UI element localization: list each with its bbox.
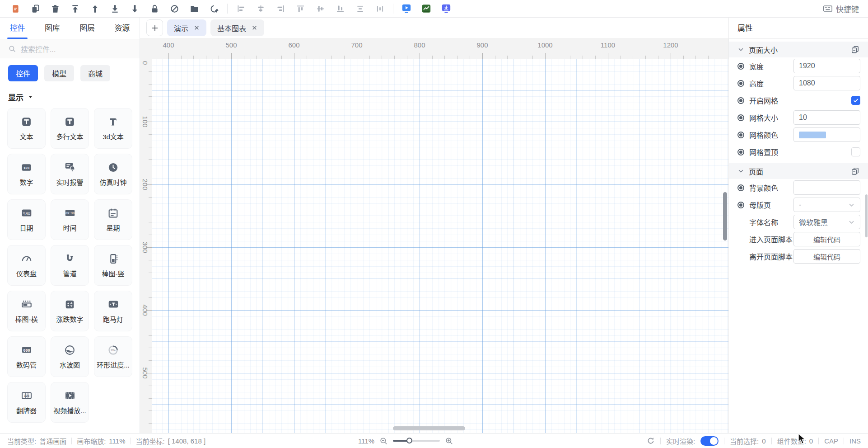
align-bottom-button[interactable] (330, 1, 350, 16)
distribute-horizontal-button[interactable] (370, 1, 390, 16)
widget-card[interactable]: 123翻牌器 (7, 382, 46, 423)
zoom-slider-thumb[interactable] (406, 438, 412, 443)
canvas-tab-0[interactable]: 演示 (167, 19, 206, 36)
left-tab-2[interactable]: 图层 (70, 18, 105, 39)
chip-0[interactable]: 控件 (8, 65, 38, 81)
data-bind-icon[interactable] (737, 97, 744, 104)
property-input[interactable]: 1920 (793, 59, 860, 73)
checkbox[interactable] (851, 147, 860, 156)
realtime-render-toggle[interactable] (700, 436, 719, 446)
zoom-out-icon[interactable] (379, 437, 388, 445)
shortcut-keys-button[interactable]: 快捷键 (823, 3, 863, 14)
ruler-label: 400 (163, 41, 174, 49)
left-tab-0[interactable]: 控件 (0, 18, 35, 39)
widget-card[interactable]: 仪表盘 (7, 245, 46, 286)
ruler-label: 900 (476, 41, 488, 49)
distribute-vertical-button[interactable] (350, 1, 370, 16)
duplicate-button[interactable] (25, 1, 45, 16)
bring-forward-button[interactable] (85, 1, 105, 16)
data-bind-icon[interactable] (737, 114, 744, 121)
section-header[interactable]: 页面 (729, 163, 868, 179)
canvas-tab-bar: 演示基本图表 (140, 18, 728, 38)
widget-card[interactable]: 文本 (7, 108, 46, 149)
vertical-scrollbar[interactable] (723, 192, 727, 241)
status-item: 当前类型:普通画面 (7, 436, 66, 446)
color-swatch[interactable] (799, 132, 826, 138)
widget-card[interactable]: 水波图 (51, 336, 89, 377)
widget-card[interactable]: 多行文本 (51, 108, 89, 149)
widget-card[interactable]: 星期 (94, 199, 132, 240)
align-center-vertical-button[interactable] (251, 1, 271, 16)
canvas-tab-1[interactable]: 基本图表 (210, 19, 264, 36)
lock-button[interactable] (145, 1, 164, 16)
color-input[interactable] (793, 127, 860, 142)
widget-card[interactable]: 管道 (51, 245, 89, 286)
chip-1[interactable]: 模型 (44, 65, 74, 81)
download-button[interactable] (436, 1, 456, 16)
left-tab-3[interactable]: 资源 (105, 18, 140, 39)
preview-button[interactable] (397, 1, 416, 16)
data-bind-icon[interactable] (737, 80, 744, 87)
send-to-back-button[interactable] (105, 1, 125, 16)
canvas-grid[interactable] (152, 59, 728, 433)
data-bind-icon[interactable] (737, 202, 744, 208)
zoom-in-icon[interactable] (445, 437, 453, 445)
section-shapes[interactable]: 形状 (0, 427, 140, 433)
section-header[interactable]: 页面大小 (729, 42, 868, 57)
vertical-ruler: 0100200300400500 (140, 59, 152, 433)
new-file-button[interactable] (5, 1, 25, 16)
widget-card[interactable]: 3d文本 (94, 108, 132, 149)
left-tab-1[interactable]: 图库 (35, 18, 70, 39)
data-bind-icon[interactable] (737, 184, 744, 191)
close-icon[interactable] (252, 25, 257, 31)
widget-card[interactable]: 棒图-竖 (94, 245, 132, 286)
widget-card[interactable]: 实时报警 (51, 154, 89, 194)
widget-card[interactable]: 视频播放... (51, 382, 89, 423)
panel-scrollbar[interactable] (865, 194, 868, 237)
hide-button[interactable] (164, 1, 184, 16)
zoom-slider[interactable] (393, 440, 440, 442)
close-icon[interactable] (194, 25, 200, 31)
chip-2[interactable]: 商城 (80, 65, 110, 81)
property-input[interactable] (793, 180, 860, 195)
send-backward-button[interactable] (125, 1, 145, 16)
delete-button[interactable] (45, 1, 65, 16)
widget-card[interactable]: 09:30时间 (51, 199, 89, 240)
property-input[interactable]: 1080 (793, 76, 860, 90)
property-select[interactable]: - (793, 198, 860, 212)
refresh-icon[interactable] (647, 437, 655, 445)
pages-icon[interactable] (851, 167, 859, 175)
edit-code-button[interactable]: 编辑代码 (793, 232, 860, 246)
bring-to-front-button[interactable] (65, 1, 85, 16)
widget-card[interactable]: 123数字 (7, 154, 46, 194)
add-component-icon (210, 4, 219, 14)
align-left-button[interactable] (231, 1, 251, 16)
widget-card[interactable]: 27%环形进度... (94, 336, 132, 377)
widget-card[interactable]: 跑马灯 (94, 291, 132, 331)
horizontal-scrollbar[interactable] (393, 426, 465, 430)
folder-button[interactable] (184, 1, 204, 16)
data-bind-icon[interactable] (737, 63, 744, 70)
pages-icon[interactable] (851, 45, 859, 54)
align-center-horizontal-button[interactable] (310, 1, 330, 16)
widget-card[interactable]: 000数码管 (7, 336, 46, 377)
add-component-button[interactable] (204, 1, 224, 16)
widget-card[interactable]: 年月日日期 (7, 199, 46, 240)
keyboard-icon (823, 4, 833, 14)
checkbox[interactable] (851, 96, 860, 105)
widget-card[interactable]: 涨跌数字 (51, 291, 89, 331)
data-bind-icon[interactable] (737, 132, 744, 138)
edit-code-button[interactable]: 编辑代码 (793, 249, 860, 264)
align-right-button[interactable] (271, 1, 290, 16)
data-bind-icon[interactable] (737, 149, 744, 156)
property-input[interactable]: 10 (793, 110, 860, 125)
chart-button[interactable] (416, 1, 436, 16)
section-display[interactable]: 显示 (0, 87, 140, 104)
widget-card[interactable]: 仿真时钟 (94, 154, 132, 194)
widget-card[interactable]: 棒图-横 (7, 291, 46, 331)
property-select[interactable]: 微软雅黑 (793, 215, 860, 229)
widget-search-input[interactable]: 搜索控件... (0, 39, 140, 58)
add-tab-button[interactable] (146, 19, 163, 36)
hide-icon (170, 4, 179, 14)
align-top-button[interactable] (290, 1, 310, 16)
